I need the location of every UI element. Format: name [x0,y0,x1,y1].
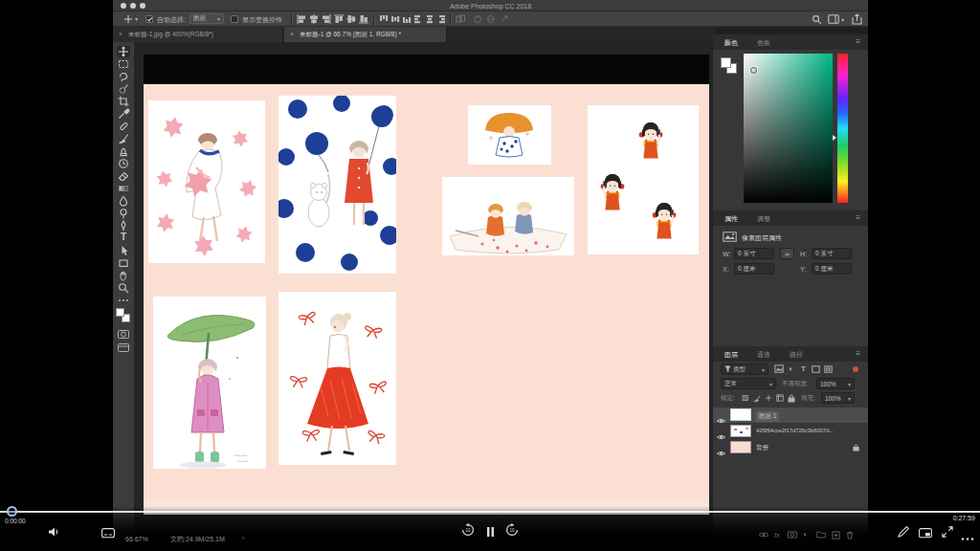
layer-thumbnail[interactable] [730,408,751,421]
new-group-icon[interactable] [816,531,830,542]
hand-tool[interactable] [117,270,130,281]
workspace-switcher-icon[interactable] [828,14,841,26]
screen-mode-icon[interactable] [117,342,130,354]
visibility-eye-icon[interactable] [717,444,725,461]
clone-stamp-tool[interactable] [117,145,130,157]
picture-in-picture-icon[interactable] [919,525,932,542]
brush-tool[interactable] [117,133,130,144]
layer-name[interactable]: 背景 [756,444,768,452]
layer-name[interactable]: 图层 1 [756,411,779,422]
auto-select-dropdown[interactable]: 图层▾ [189,13,224,24]
zoom-level-field[interactable]: 66.67% [125,536,148,542]
tab-properties[interactable]: 属性 [724,214,738,224]
foreground-color-swatch[interactable] [116,308,124,317]
add-layer-mask-icon[interactable] [788,531,801,542]
lasso-tool[interactable] [117,71,130,82]
rectangular-marquee-tool[interactable] [117,58,130,70]
align-top-edges-icon[interactable] [334,14,347,26]
type-tool[interactable]: T [117,231,130,243]
tab-color[interactable]: 颜色 [724,38,738,48]
height-field[interactable]: 0 英寸 [812,248,852,259]
tab-adjustments[interactable]: 调整 [757,214,770,224]
layer-thumbnail[interactable] [730,425,751,437]
search-icon[interactable] [812,14,825,26]
layer-row-background[interactable]: 背景 [713,440,868,455]
move-tool[interactable] [117,46,130,57]
hue-slider-marker[interactable] [833,135,836,141]
tab-close-icon[interactable]: × [290,31,294,37]
pause-button[interactable] [486,524,495,541]
auto-select-checkbox[interactable] [145,15,153,23]
history-brush-tool[interactable] [117,158,130,169]
layer-style-fx-icon[interactable]: fx [774,532,779,539]
fill-field[interactable]: 100%▾ [821,392,855,404]
x-field[interactable]: 0 厘米 [734,263,774,275]
seek-bar[interactable] [0,511,980,513]
tab-layers[interactable]: 图层 [724,350,738,360]
tool-preset-caret[interactable]: ▾ [135,16,138,22]
quick-selection-tool[interactable] [117,83,130,95]
opacity-field[interactable]: 100%▾ [816,378,855,389]
filter-smart-objects-icon[interactable] [824,365,837,377]
tab-swatches[interactable]: 色板 [757,38,770,48]
link-dimensions-icon[interactable]: ∞ [780,248,794,259]
color-field-picker[interactable] [750,67,757,74]
width-field[interactable]: 0 英寸 [734,248,774,259]
foreground-color-swatch[interactable] [721,57,731,68]
distribute-right-edges-icon[interactable] [436,14,450,26]
tab-untitled-1-jpg[interactable]: × 未标题-1.jpg @ 400%(RGB/8*) [113,27,283,42]
blend-mode-dropdown[interactable]: 正常▾ [721,378,776,389]
rewind-10-icon[interactable]: 10 [461,523,475,540]
filter-shape-layers-icon[interactable] [812,365,825,377]
filter-adjustment-layers-icon[interactable]: ◐ [789,365,793,373]
lock-transparent-icon[interactable]: ▨ [742,394,749,402]
panel-menu-icon[interactable]: ≡ [856,349,860,358]
workspace-caret[interactable]: ▾ [841,17,844,23]
seek-handle[interactable] [7,506,17,517]
new-layer-icon[interactable] [832,531,845,542]
more-options-icon[interactable] [961,528,974,545]
status-expand-arrow[interactable]: › [242,535,244,541]
subtitles-icon[interactable] [101,525,115,542]
annotate-pencil-icon[interactable] [898,524,909,541]
color-field[interactable] [744,54,833,203]
canvas-area[interactable] [134,42,713,551]
filter-toggle[interactable] [853,366,858,372]
eyedropper-tool[interactable] [117,108,130,120]
layer-thumbnail[interactable] [730,441,751,453]
show-transform-checkbox[interactable] [231,15,238,23]
blur-tool[interactable] [117,195,130,207]
volume-icon[interactable] [48,524,60,541]
spot-healing-brush-tool[interactable] [117,121,130,132]
delete-layer-icon[interactable] [846,531,859,542]
forward-10-icon[interactable]: 10 [505,523,519,540]
layer-row[interactable]: 42f954cce2f17d726c3b6007d... [713,424,868,439]
tab-paths[interactable]: 路径 [790,350,803,360]
dodge-tool[interactable] [117,208,130,219]
layer-row-selected[interactable]: 图层 1 [713,408,868,423]
panel-menu-icon[interactable]: ≡ [856,37,860,46]
path-selection-tool[interactable] [117,245,130,256]
eraser-tool[interactable] [117,170,130,182]
new-adjustment-layer-icon[interactable]: ◐ [803,531,808,539]
align-bottom-edges-icon[interactable] [359,14,372,26]
hue-slider[interactable] [837,54,848,203]
lock-all-icon[interactable] [788,394,801,406]
pen-tool[interactable] [117,220,130,231]
layer-name[interactable]: 42f954cce2f17d726c3b6007d... [756,428,834,433]
gradient-tool[interactable] [117,183,130,194]
share-icon[interactable] [852,13,865,25]
tab-channels[interactable]: 通道 [757,350,770,360]
auto-align-layers-icon[interactable] [456,14,469,26]
tab-untitled-1-active[interactable]: × 未标题-1 @ 66.7% (图层 1, RGB/8) * [284,27,447,42]
edit-toolbar-icon[interactable] [117,295,130,306]
y-field[interactable]: 0 厘米 [812,263,852,275]
align-vertical-centers-icon[interactable] [346,14,360,26]
rectangle-tool[interactable] [117,257,130,269]
align-horizontal-centers-icon[interactable] [309,14,323,26]
zoom-tool[interactable] [117,282,130,294]
align-left-edges-icon[interactable] [297,14,310,26]
panel-menu-icon[interactable]: ≡ [856,213,860,222]
fullscreen-icon[interactable] [942,524,953,541]
align-right-edges-icon[interactable] [322,14,335,26]
